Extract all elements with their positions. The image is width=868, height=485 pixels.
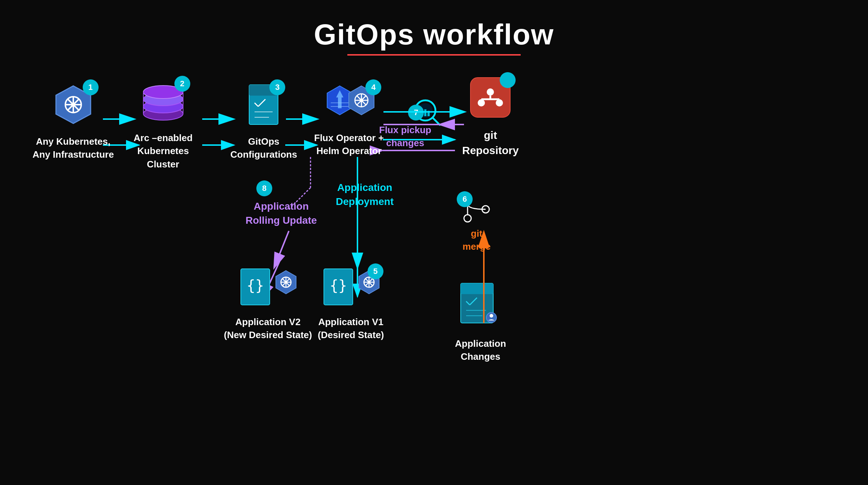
app-v2-label: Application V2(New Desired State)	[224, 315, 312, 342]
app-deployment-text: ApplicationDeployment	[336, 180, 394, 209]
node-flux-operator: 4 Flux Operator +Helm Operator	[314, 83, 384, 158]
svg-line-117	[274, 231, 289, 267]
step-badge-5: 5	[368, 263, 383, 279]
node-arc-cluster: 2 Arc –enabledKubernetesCluster	[134, 79, 192, 171]
node2-label: Arc –enabledKubernetesCluster	[134, 131, 192, 171]
node-kubernetes: 1 Any Kubernetes,Any Infrastructure	[32, 83, 114, 161]
rolling-update-text: ApplicationRolling Update	[246, 199, 317, 227]
flux-pickup-text: Flux pickupchanges	[379, 123, 431, 150]
svg-text:{}: {}	[247, 277, 264, 294]
step-badge-2: 2	[174, 76, 190, 92]
svg-line-57	[433, 118, 440, 125]
app-v1-label: Application V1(Desired State)	[318, 315, 384, 342]
node-gitops-config: 3 GitOpsConfigurations	[230, 83, 297, 161]
svg-point-94	[464, 215, 471, 222]
app-changes-label: ApplicationChanges	[455, 337, 506, 363]
node-app-changes: ApplicationChanges	[455, 281, 506, 363]
step-badge-4: 4	[365, 79, 381, 95]
svg-text:{}: {}	[330, 277, 347, 294]
step-badge-git	[500, 72, 516, 88]
node-app-v2: {} Application V2(New Desired State)	[224, 267, 312, 342]
step-badge-1: 1	[83, 79, 99, 95]
rolling-update-section: 8 ApplicationRolling Update	[246, 180, 317, 227]
step-badge-3: 3	[269, 79, 285, 95]
svg-rect-98	[461, 283, 493, 294]
git-merge-section: 6 gitmerge	[460, 195, 493, 253]
node-git-repository: gitRepository	[462, 76, 519, 158]
git-merge-label: gitmerge	[460, 227, 493, 253]
page-title: GitOps workflow	[0, 0, 868, 56]
node3-label: GitOpsConfigurations	[230, 135, 297, 161]
flux-pickup-label: 7 Flux pickupchanges	[379, 105, 431, 150]
node-app-v1: {} 5 Application V1(Desired State)	[318, 267, 384, 342]
node4-label: Flux Operator +Helm Operator	[314, 131, 384, 158]
app-deployment-label: ApplicationDeployment	[336, 180, 394, 209]
svg-point-59	[487, 88, 494, 96]
node1-label: Any Kubernetes,Any Infrastructure	[32, 135, 114, 161]
git-repo-label: gitRepository	[462, 128, 519, 158]
svg-point-104	[490, 314, 493, 318]
step-badge-6: 6	[457, 191, 473, 207]
